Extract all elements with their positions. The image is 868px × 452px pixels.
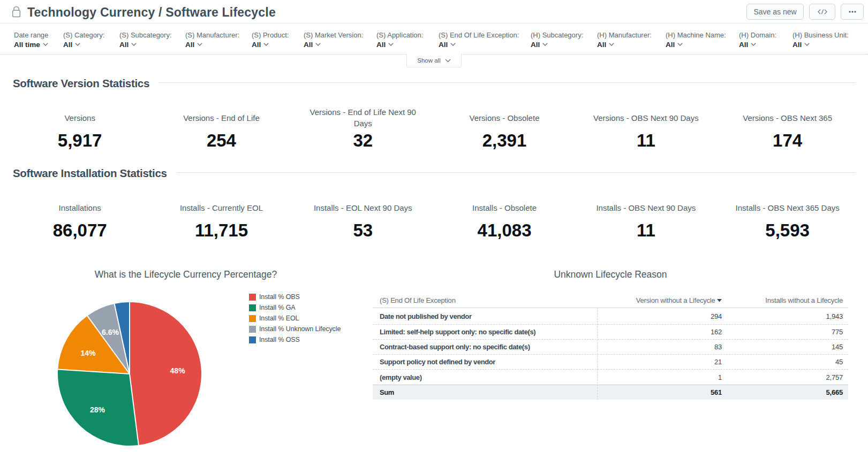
svg-text:28%: 28% — [90, 405, 105, 414]
svg-text:14%: 14% — [80, 349, 96, 357]
svg-text:48%: 48% — [170, 366, 186, 375]
svg-text:6.6%: 6.6% — [102, 328, 119, 336]
